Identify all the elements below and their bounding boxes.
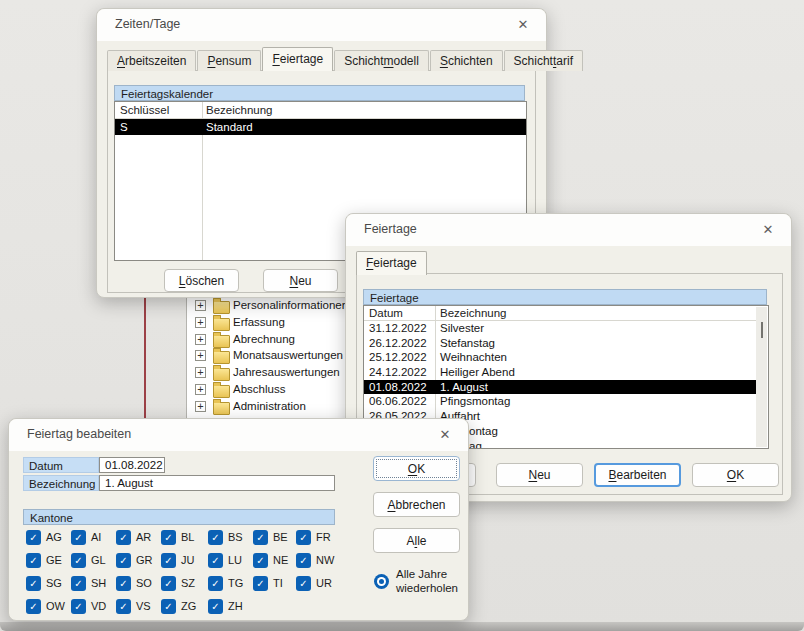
feiertag-bearbeiten-dialog: Feiertag beabeiten ✕ Datum01.08.2022Beze…: [8, 418, 469, 621]
tab-schichten[interactable]: Schichten: [430, 50, 503, 71]
tree-item-label: Abschluss: [233, 383, 285, 395]
tree-item-label: Administration: [233, 400, 306, 412]
tree-item-monatsauswertungen[interactable]: +Monatsauswertungen: [195, 347, 350, 364]
folder-icon: [213, 385, 230, 398]
folder-icon: [213, 335, 230, 348]
tree-item-label: Jahresauswertungen: [233, 366, 340, 378]
expand-plus-icon[interactable]: +: [195, 334, 206, 345]
tab-feiertage[interactable]: Feiertage: [262, 47, 333, 71]
bearbeiten-button[interactable]: Bearbeiten: [594, 463, 681, 487]
tab-pensum[interactable]: Pensum: [197, 50, 261, 71]
ok-button[interactable]: OK: [692, 463, 779, 487]
folder-icon: [213, 351, 230, 364]
navigation-tree-panel: +Personalinformationen+Erfassung+Abrechn…: [186, 290, 353, 420]
expand-plus-icon[interactable]: +: [195, 367, 206, 378]
splitter-line: [144, 296, 146, 419]
loschen-button[interactable]: Löschen: [164, 269, 239, 292]
tree-item-jahresauswertungen[interactable]: +Jahresauswertungen: [195, 364, 350, 381]
expand-plus-icon[interactable]: +: [195, 300, 206, 311]
tree-item-abschluss[interactable]: +Abschluss: [195, 381, 350, 398]
navigation-tree: +Personalinformationen+Erfassung+Abrechn…: [187, 290, 353, 420]
tab-arbeitszeiten[interactable]: Arbeitszeiten: [107, 50, 196, 71]
tab-feiertage[interactable]: Feiertage: [356, 251, 427, 275]
tab-schichttarif[interactable]: Schichttarif: [504, 50, 583, 71]
expand-plus-icon[interactable]: +: [195, 401, 206, 412]
tree-item-personalinformationen[interactable]: +Personalinformationen: [195, 297, 350, 314]
expand-plus-icon[interactable]: +: [195, 384, 206, 395]
expand-plus-icon[interactable]: +: [195, 350, 206, 361]
tree-item-erfassung[interactable]: +Erfassung: [195, 314, 350, 331]
abbrechen-button[interactable]: Abbrechen: [373, 492, 460, 517]
folder-icon: [213, 301, 230, 314]
ok-button[interactable]: OK: [373, 456, 460, 481]
tree-item-administration[interactable]: +Administration: [195, 398, 350, 415]
folder-icon: [213, 402, 230, 415]
folder-icon: [213, 318, 230, 331]
neu-button[interactable]: Neu: [496, 463, 583, 487]
tree-item-label: Personalinformationen: [233, 299, 348, 311]
folder-icon: [213, 368, 230, 381]
app-window-bottom-edge: [0, 622, 804, 631]
radio-alle-jahre[interactable]: [374, 574, 389, 589]
expand-plus-icon[interactable]: +: [195, 317, 206, 328]
tree-item-label: Abrechnung: [233, 333, 295, 345]
tree-item-abrechnung[interactable]: +Abrechnung: [195, 331, 350, 348]
tree-item-label: Monatsauswertungen: [233, 349, 343, 361]
tree-item-label: Erfassung: [233, 316, 285, 328]
alle-button[interactable]: Alle: [373, 528, 460, 553]
tab-schichtmodell[interactable]: Schichtmodell: [334, 50, 429, 71]
tab-strip: ArbeitszeitenPensumFeiertageSchichtmodel…: [107, 47, 584, 71]
radio-alle-jahre-label: Alle Jahre wiederholen: [396, 567, 476, 595]
neu-button[interactable]: Neu: [263, 269, 338, 292]
tab-strip: Feiertage: [356, 251, 428, 275]
